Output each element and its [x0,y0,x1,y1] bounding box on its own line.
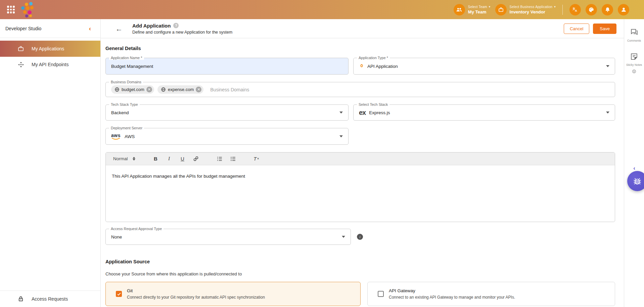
info-icon[interactable]: i [357,234,363,240]
sidebar: Developer Studio ‹ My Applications My AP… [0,19,101,307]
page-subtitle: Define and configure a new Application f… [132,30,232,35]
business-domains-input[interactable]: Business Domains budget.com ✕ expense.co… [105,82,615,97]
api-gateway-checkbox[interactable] [378,291,384,297]
business-app-selector-label: Select Business Application [510,5,553,9]
updown-caret-icon [133,157,135,161]
approval-type-value: None [111,234,122,239]
format-select-value: Normal [113,156,128,161]
cancel-button[interactable]: Cancel [564,24,589,34]
domain-chip: budget.com ✕ [111,85,154,94]
team-icon [454,4,465,15]
bug-icon [633,176,642,186]
form-body: General Details Application Name * Budge… [101,38,624,306]
fab-collapse-chevron-icon[interactable]: ‹ [633,165,635,171]
approval-type-select[interactable]: Access Request Approval Type None [105,229,351,245]
business-app-selector-value: Inventory Vendor [510,9,556,14]
application-name-value: Budget Management [111,64,153,69]
chevron-down-icon [339,112,343,114]
topbar-actions: Select Team▾ My Team Select Business App… [454,4,644,15]
notifications-bell-icon[interactable] [602,4,613,15]
source-card-api-gateway[interactable]: API Gateway Connect to an existing API G… [367,282,615,306]
sidebar-item-access-requests[interactable]: Access Requests [0,291,100,307]
ordered-list-button[interactable] [217,155,223,163]
translate-icon[interactable]: 文A [569,4,581,15]
sticky-notes-icon [630,52,638,61]
back-arrow-icon[interactable]: ← [116,25,123,32]
feedback-smiley-icon[interactable] [632,69,636,74]
sidebar-title: Developer Studio [5,26,41,31]
save-button[interactable]: Save [593,24,616,34]
sidebar-header: Developer Studio ‹ [0,19,100,38]
tech-stack-type-value: Backend [111,110,129,115]
lock-icon [17,296,24,302]
sidebar-footer: Access Requests [0,291,100,307]
description-editor: Normal B I U [105,152,615,222]
deployment-server-select[interactable]: Deployment Server aws AWS [105,128,349,145]
source-card-description: Connect to an existing API Gateway to ma… [389,295,515,300]
editor-toolbar: Normal B I U [106,152,615,165]
ordered-list-icon [217,156,223,162]
svg-text:A: A [575,9,577,12]
app-launcher-icon[interactable] [7,6,15,13]
source-card-description: Connect directly to your Git repository … [127,295,265,300]
right-rail: Comments Sticky Notes [624,19,644,307]
sidebar-item-my-applications[interactable]: My Applications [0,41,100,57]
underline-button[interactable]: U [180,155,186,163]
aws-logo-icon: aws [111,133,121,140]
sidebar-item-my-api-endpoints[interactable]: My API Endpoints [0,57,100,72]
sticky-notes-button[interactable]: Sticky Notes [626,52,642,67]
git-checkbox[interactable] [116,291,122,297]
theme-palette-icon[interactable] [586,4,597,15]
select-tech-stack-select[interactable]: Select Tech Stack ex Express.js [353,104,615,121]
bullet-list-button[interactable] [230,155,236,163]
logo [19,2,35,17]
business-app-selector[interactable]: Select Business Application▾ Inventory V… [495,4,556,15]
bold-button[interactable]: B [153,155,159,163]
clear-format-button[interactable]: T✕ [254,155,260,163]
user-avatar-icon[interactable] [618,4,629,15]
sidebar-item-label: My Applications [32,46,64,51]
team-selector-value: My Team [468,9,491,14]
link-icon [193,156,199,162]
chevron-down-icon: ▾ [554,5,556,8]
topbar: Select Team▾ My Team Select Business App… [0,0,644,19]
business-domains-placeholder: Business Domains [210,87,249,92]
application-type-value: API Application [367,64,398,69]
sidebar-item-label: My API Endpoints [32,62,69,67]
sidebar-item-label: Access Requests [32,296,68,302]
italic-button[interactable]: I [166,155,172,163]
application-name-label: Application Name * [109,56,144,60]
sidebar-collapse-icon[interactable]: ‹ [89,25,91,32]
link-button[interactable] [193,155,199,163]
chevron-down-icon [339,135,343,137]
section-general-details: General Details [105,46,615,51]
page-title: Add Application [132,23,171,29]
source-card-title: Git [127,288,265,293]
domain-chip: expense.com ✕ [157,85,203,94]
remove-chip-icon[interactable]: ✕ [146,87,152,92]
globe-icon [161,87,166,92]
source-card-git[interactable]: Git Connect directly to your Git reposit… [105,282,361,306]
domain-chip-label: expense.com [168,87,194,92]
application-name-input[interactable]: Application Name * Budget Management [105,58,349,75]
briefcase-icon [17,45,24,52]
comments-label: Comments [627,39,641,42]
comments-icon [630,28,639,37]
comments-button[interactable]: Comments [627,28,641,42]
deployment-server-label: Deployment Server [109,126,144,130]
help-icon[interactable]: ? [173,23,179,28]
remove-chip-icon[interactable]: ✕ [196,87,201,92]
team-selector[interactable]: Select Team▾ My Team [454,4,491,15]
sticky-notes-label: Sticky Notes [626,63,642,67]
main-content: ← Add Application ? Define and configure… [101,19,624,307]
application-type-label: Application Type * [357,56,390,60]
tech-stack-type-select[interactable]: Tech Stack Type Backend [105,104,349,121]
description-textarea[interactable]: This API Application manages all the API… [106,165,615,222]
source-subtitle: Choose your Source from where this appli… [105,271,615,276]
briefcase-icon [495,4,507,15]
application-type-select[interactable]: Application Type * API Application [353,58,615,75]
chevron-down-icon [342,236,345,238]
bullet-list-icon [230,156,236,162]
format-select[interactable]: Normal [113,156,135,161]
deployment-server-value: AWS [125,134,135,139]
